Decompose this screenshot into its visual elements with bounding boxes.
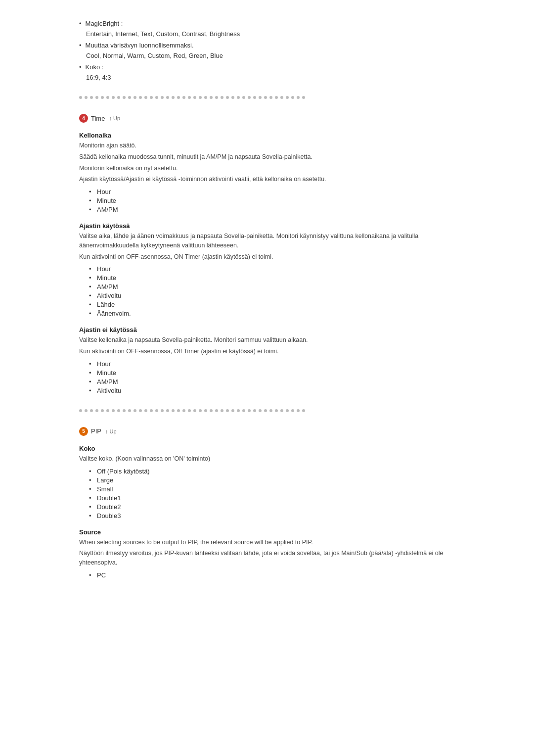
list-item-magicbright: • MagicBright : [79, 20, 455, 27]
ajastin-ei-item-aktivoitu: Aktivoitu [89, 387, 455, 394]
ajastin-ei-kaytossa-line2: Kun aktivointi on OFF-asennossa, Off Tim… [79, 347, 455, 356]
time-icon: 4 [79, 114, 88, 123]
koko-value: 16:9, 4:3 [86, 74, 111, 81]
pip-source-pc: PC [89, 571, 455, 579]
pip-koko-small: Small [89, 485, 455, 493]
ajastin-kaytossa-item-ampm: AM/PM [89, 283, 455, 290]
list-item-color: • Muuttaa värisävyn luonnollisemmaksi. [79, 42, 455, 49]
pip-source-list: PC [89, 571, 455, 579]
ajastin-kaytossa-heading: Ajastin käytössä [79, 222, 455, 230]
pip-source-heading: Source [79, 528, 455, 536]
kellonaika-line3: Monitorin kellonaika on nyt asetettu. [79, 164, 455, 173]
pip-source-line1: When selecting sources to be output to P… [79, 538, 455, 547]
ajastin-kaytossa-list: Hour Minute AM/PM Aktivoitu Lähde Äänenv… [89, 265, 455, 317]
ajastin-kaytossa-item-aktivoitu: Aktivoitu [89, 292, 455, 299]
ajastin-ei-kaytossa-heading: Ajastin ei käytössä [79, 326, 455, 333]
kellonaika-item-hour: Hour [89, 188, 455, 195]
color-label: Muuttaa värisävyn luonnollisemmaksi. [86, 42, 194, 49]
divider-dots-1 [79, 96, 455, 99]
pip-koko-double2: Double2 [89, 503, 455, 511]
time-up-link[interactable]: ↑ Up [109, 115, 120, 121]
top-feature-list: • MagicBright : Entertain, Internet, Tex… [79, 20, 455, 81]
ajastin-ei-kaytossa-line1: Valitse kellonaika ja napsauta Sovella-p… [79, 335, 455, 345]
ajastin-kaytossa-item-minute: Minute [89, 274, 455, 282]
time-chapter-title: 4 Time ↑ Up [79, 114, 455, 123]
pip-source-line2: Näyttöön ilmestyy varoitus, jos PIP-kuva… [79, 549, 455, 567]
magicbright-value: Entertain, Internet, Text, Custom, Contr… [86, 30, 240, 38]
bullet: • [79, 42, 82, 49]
kellonaika-line4: Ajastin käytössä/Ajastin ei käytössä -to… [79, 175, 455, 184]
kellonaika-heading: Kellonaika [79, 132, 455, 139]
pip-koko-off: Off (Pois käytöstä) [89, 468, 455, 475]
ajastin-ei-item-minute: Minute [89, 369, 455, 377]
kellonaika-item-ampm: AM/PM [89, 206, 455, 213]
pip-source-subsection: Source When selecting sources to be outp… [79, 528, 455, 579]
ajastin-ei-item-hour: Hour [89, 360, 455, 368]
kellonaika-subsection: Kellonaika Monitorin ajan säätö. Säädä k… [79, 132, 455, 213]
pip-koko-line1: Valitse koko. (Koon valinnassa on 'ON' t… [79, 454, 455, 464]
pip-section: 5 PIP ↑ Up Koko Valitse koko. (Koon vali… [79, 427, 455, 579]
pip-title: PIP [91, 427, 101, 435]
pip-koko-subsection: Koko Valitse koko. (Koon valinnassa on '… [79, 445, 455, 520]
page: • MagicBright : Entertain, Internet, Tex… [0, 0, 534, 756]
kellonaika-line1: Monitorin ajan säätö. [79, 141, 455, 150]
ajastin-kaytossa-item-aanenvoim: Äänenvoim. [89, 310, 455, 317]
pip-koko-heading: Koko [79, 445, 455, 452]
kellonaika-item-minute: Minute [89, 197, 455, 204]
ajastin-kaytossa-item-lahde: Lähde [89, 301, 455, 308]
bullet: • [79, 63, 82, 71]
pip-koko-list: Off (Pois käytöstä) Large Small Double1 … [89, 468, 455, 520]
kellonaika-list: Hour Minute AM/PM [89, 188, 455, 213]
time-section: 4 Time ↑ Up Kellonaika Monitorin ajan sä… [79, 114, 455, 394]
pip-up-link[interactable]: ↑ Up [105, 428, 117, 434]
pip-koko-double3: Double3 [89, 512, 455, 520]
time-title: Time [91, 115, 105, 122]
ajastin-kaytossa-subsection: Ajastin käytössä Valitse aika, lähde ja … [79, 222, 455, 317]
magicbright-label: MagicBright : [86, 20, 123, 27]
ajastin-ei-kaytossa-list: Hour Minute AM/PM Aktivoitu [89, 360, 455, 394]
pip-koko-large: Large [89, 476, 455, 484]
ajastin-kaytossa-item-hour: Hour [89, 265, 455, 273]
bullet: • [79, 20, 82, 27]
list-item-koko: • Koko : [79, 63, 455, 71]
color-value: Cool, Normal, Warm, Custom, Red, Green, … [86, 52, 223, 59]
kellonaika-line2: Säädä kellonaika muodossa tunnit, minuut… [79, 152, 455, 162]
pip-koko-double1: Double1 [89, 494, 455, 502]
divider-dots-2 [79, 409, 455, 412]
ajastin-ei-item-ampm: AM/PM [89, 378, 455, 385]
ajastin-kaytossa-line1: Valitse aika, lähde ja äänen voimakkuus … [79, 232, 455, 250]
ajastin-ei-kaytossa-subsection: Ajastin ei käytössä Valitse kellonaika j… [79, 326, 455, 394]
ajastin-kaytossa-line2: Kun aktivointi on OFF-asennossa, ON Time… [79, 252, 455, 262]
pip-icon: 5 [79, 427, 88, 436]
pip-chapter-title: 5 PIP ↑ Up [79, 427, 455, 436]
koko-label: Koko : [86, 63, 104, 71]
